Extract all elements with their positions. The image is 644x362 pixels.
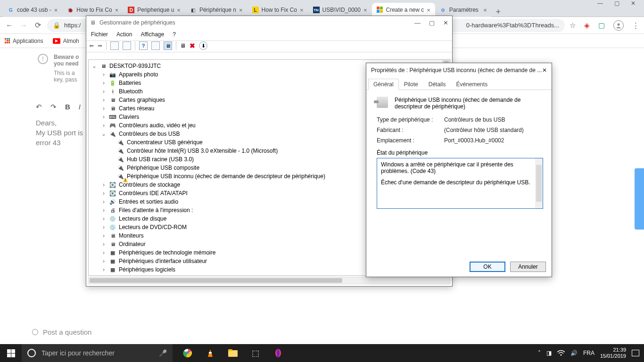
device-name: Périphérique USB inconnu (échec de deman… xyxy=(395,97,543,110)
profile-avatar[interactable] xyxy=(613,20,624,31)
scan-icon[interactable]: 🖥 xyxy=(180,42,186,49)
star-icon[interactable]: ☆ xyxy=(570,21,576,30)
close-icon[interactable]: ✕ xyxy=(443,19,448,26)
tray-volume-icon[interactable]: 🔊 xyxy=(570,350,578,356)
tab-events[interactable]: Événements xyxy=(451,79,493,90)
svg-point-12 xyxy=(277,349,280,357)
tb-icon1[interactable] xyxy=(110,41,119,50)
textbox-scrollbar[interactable] xyxy=(535,158,543,208)
taskbar-chrome[interactable] xyxy=(177,344,198,362)
reload-button[interactable]: ⟳ xyxy=(33,21,42,30)
tray-language[interactable]: FRA xyxy=(583,350,594,356)
menu-file[interactable]: Fichier xyxy=(91,31,108,38)
close-icon[interactable]: × xyxy=(363,7,367,14)
tb-icon5[interactable]: ⬇ xyxy=(199,41,207,50)
post-question[interactable]: Post a question xyxy=(32,328,91,336)
redo-icon[interactable]: ↷ xyxy=(50,103,57,111)
tab-driver[interactable]: Pilote xyxy=(399,79,423,90)
forward-button: → xyxy=(19,21,28,30)
url-suffix: 0-hardware%3Ftab%3DThreads... xyxy=(466,22,559,29)
close-icon[interactable]: × xyxy=(239,7,243,14)
minimize-icon[interactable]: — xyxy=(597,0,603,7)
tab-google[interactable]: Gcode 43 usb -× xyxy=(3,3,62,17)
search-placeholder: Taper ici pour rechercher xyxy=(41,349,115,357)
svg-rect-2 xyxy=(377,10,380,13)
minimize-icon[interactable]: — xyxy=(414,19,421,26)
close-icon[interactable]: × xyxy=(115,7,119,14)
maximize-icon[interactable]: ▢ xyxy=(429,19,435,26)
close-icon[interactable]: ✕ xyxy=(631,0,636,7)
status-line2: Échec d'une demande de descripteur du pé… xyxy=(381,179,539,186)
tab-create-new[interactable]: Create a new c× xyxy=(372,3,435,17)
taskbar-vlc[interactable] xyxy=(200,344,221,362)
loc-label: Emplacement : xyxy=(377,137,440,144)
undo-icon[interactable]: ↶ xyxy=(36,103,42,111)
close-icon[interactable]: × xyxy=(54,7,58,14)
tree-root[interactable]: DESKTOP-939JJTC xyxy=(109,63,161,69)
menu-icon[interactable]: ⋮ xyxy=(632,21,639,30)
tab-parametres[interactable]: ⚙Paramètres× xyxy=(435,3,492,17)
apps-bookmark[interactable]: Applications xyxy=(5,38,43,44)
new-tab-button[interactable]: + xyxy=(492,5,505,17)
svg-rect-9 xyxy=(228,350,238,357)
close-icon[interactable]: × xyxy=(177,7,181,14)
italic-icon[interactable]: I xyxy=(79,103,81,111)
close-icon[interactable]: ✕ xyxy=(542,67,547,74)
tab-howtofix2[interactable]: LHow to Fix Co× xyxy=(248,3,308,17)
svg-rect-8 xyxy=(209,352,212,354)
tray-wifi-icon[interactable] xyxy=(557,350,565,356)
mfr-value: (Contrôleur hôte USB standard) xyxy=(444,127,524,133)
tray-battery-icon[interactable]: ◨ xyxy=(546,350,552,356)
taskbar-explorer[interactable] xyxy=(223,344,243,362)
tray-clock[interactable]: 21:3915/01/2019 xyxy=(600,347,626,359)
uninstall-icon[interactable]: ✖ xyxy=(190,42,195,49)
tabs: Général Pilote Détails Événements xyxy=(366,78,552,90)
taskbar-search[interactable]: Taper ici pour rechercher 🎤 xyxy=(22,344,173,362)
radio-icon[interactable] xyxy=(32,329,38,335)
menu-help[interactable]: ? xyxy=(173,31,176,38)
status-line1: Windows a arrêté ce périphérique car il … xyxy=(381,161,539,174)
start-button[interactable] xyxy=(0,344,22,362)
usb-icon xyxy=(377,97,388,108)
menu-action[interactable]: Action xyxy=(116,31,132,38)
h-scrollbar[interactable] xyxy=(88,277,450,284)
cancel-button[interactable]: Annuler xyxy=(510,262,546,272)
tb-icon4[interactable]: 🖥 xyxy=(164,41,172,50)
tab-howtofix1[interactable]: 🐞How to Fix Co× xyxy=(62,3,123,17)
mic-icon[interactable]: 🎤 xyxy=(159,349,167,357)
close-icon[interactable]: × xyxy=(483,7,487,14)
ext-icon-red[interactable]: ◈ xyxy=(584,21,590,30)
back-icon[interactable]: ⬅ xyxy=(89,42,94,49)
help-icon[interactable]: ? xyxy=(139,41,148,50)
taskbar-app1[interactable]: ⬚ xyxy=(245,344,266,362)
tab-general[interactable]: Général xyxy=(368,79,399,90)
tab-peripherique1[interactable]: DPeripherique u× xyxy=(123,3,185,17)
bold-icon[interactable]: B xyxy=(65,103,70,111)
feedback-tab[interactable] xyxy=(635,168,644,230)
tab-peripherique2[interactable]: ◧Périphérique n× xyxy=(185,3,248,17)
menu-view[interactable]: Affichage xyxy=(140,31,164,38)
youtube-bookmark[interactable]: ▶Almoh xyxy=(53,38,79,44)
alert-heading: Beware o xyxy=(54,54,79,60)
forward-icon[interactable]: ➡ xyxy=(98,42,102,49)
notifications-icon[interactable] xyxy=(632,350,639,356)
svg-point-13 xyxy=(560,354,561,356)
tab-usbvid[interactable]: TNUSB\VID_0000× xyxy=(308,3,372,17)
svg-rect-10 xyxy=(228,349,232,351)
tray-chevron-icon[interactable]: ˄ xyxy=(538,350,541,356)
ok-button[interactable]: OK xyxy=(470,262,505,272)
tab-details[interactable]: Détails xyxy=(423,79,451,90)
close-icon[interactable]: × xyxy=(427,7,430,14)
close-icon[interactable]: × xyxy=(300,7,304,14)
tb-icon2[interactable] xyxy=(123,41,131,50)
back-button[interactable]: ← xyxy=(5,21,14,30)
svg-rect-0 xyxy=(377,7,380,9)
svg-rect-3 xyxy=(380,10,383,13)
status-textbox[interactable]: Windows a arrêté ce périphérique car il … xyxy=(377,158,543,209)
alert-heading2: you need xyxy=(54,60,79,67)
taskbar-app2[interactable] xyxy=(268,344,289,362)
favicon-tn: TN xyxy=(313,7,320,13)
maximize-icon[interactable]: ▢ xyxy=(614,0,619,7)
tb-icon3[interactable] xyxy=(151,41,160,50)
ext-icon-green[interactable]: ▢ xyxy=(598,21,605,30)
